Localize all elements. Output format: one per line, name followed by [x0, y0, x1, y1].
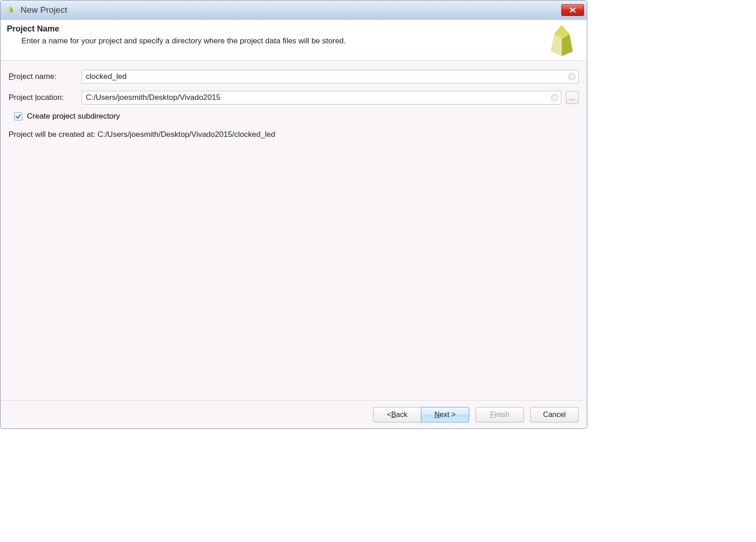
page-title: Project Name: [7, 24, 580, 34]
project-path-summary: Project will be created at: C:/Users/joe…: [9, 128, 579, 139]
nav-button-group: < Back Next >: [373, 407, 469, 422]
create-subdir-label: Create project subdirectory: [27, 112, 120, 121]
back-button[interactable]: < Back: [373, 407, 421, 422]
window-title: New Project: [21, 5, 561, 15]
titlebar: New Project: [0, 0, 587, 20]
create-subdir-checkbox[interactable]: [14, 112, 22, 120]
project-location-row: Project location: ...: [9, 91, 579, 104]
cancel-button[interactable]: Cancel: [530, 407, 579, 422]
project-name-row: Project name:: [9, 70, 579, 83]
project-location-input[interactable]: [82, 91, 561, 104]
brand-icon: [542, 22, 581, 59]
close-icon: [569, 7, 577, 13]
project-location-label: Project location:: [9, 93, 77, 102]
finish-button: Finish: [476, 407, 524, 422]
project-name-input[interactable]: [82, 70, 579, 83]
app-icon: [5, 5, 16, 16]
wizard-footer: < Back Next > Finish Cancel: [0, 400, 587, 428]
close-button[interactable]: [561, 4, 584, 16]
form-area: Project name: Project location: ...: [0, 61, 587, 400]
browse-button[interactable]: ...: [566, 91, 579, 104]
project-name-label: Project name:: [9, 72, 77, 81]
checkmark-icon: [15, 113, 21, 120]
page-description: Enter a name for your project and specif…: [7, 36, 580, 46]
clear-icon[interactable]: [550, 94, 559, 102]
create-subdir-row: Create project subdirectory: [9, 112, 579, 121]
dialog-window: New Project Project Name Enter a name fo…: [0, 0, 587, 429]
clear-icon[interactable]: [568, 73, 576, 81]
next-button[interactable]: Next >: [421, 407, 469, 422]
wizard-header: Project Name Enter a name for your proje…: [0, 20, 587, 61]
